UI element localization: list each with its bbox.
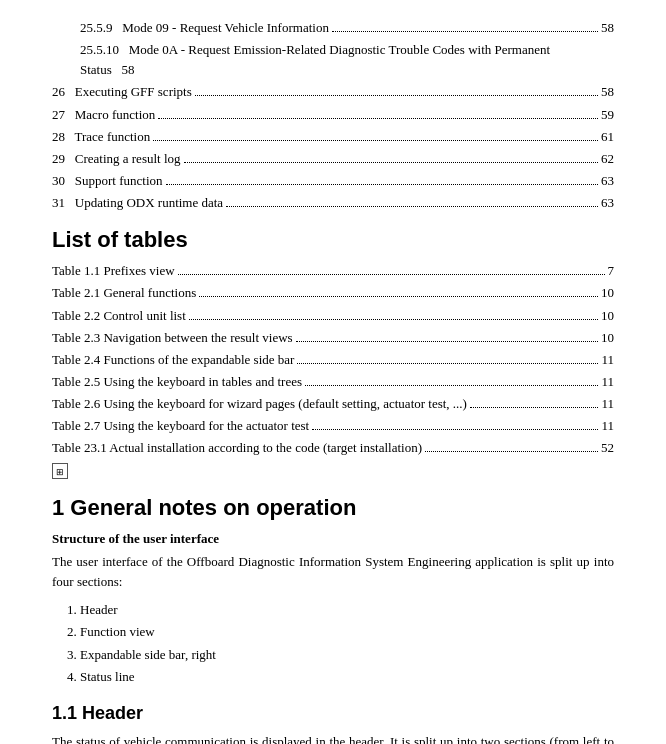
table-row-2-5: Table 2.5 Using the keyboard in tables a… xyxy=(52,372,614,392)
toc-dots xyxy=(158,118,598,119)
table-row-2-2: Table 2.2 Control unit list 10 xyxy=(52,306,614,326)
toc-entry-label: 25.5.9 Mode 09 - Request Vehicle Informa… xyxy=(80,18,329,38)
toc-row-30: 30 Support function 63 xyxy=(52,171,614,191)
toc-label-30: 30 Support function xyxy=(52,171,163,191)
table-row-2-7: Table 2.7 Using the keyboard for the act… xyxy=(52,416,614,436)
toc-label-29: 29 Creating a result log xyxy=(52,149,181,169)
toc-label-26: 26 Executing GFF scripts xyxy=(52,82,192,102)
toc-dots xyxy=(297,363,598,364)
intro-paragraph: The user interface of the Offboard Diagn… xyxy=(52,552,614,592)
table-page-2-5: 11 xyxy=(601,372,614,392)
table-label-23-1: Table 23.1 Actual installation according… xyxy=(52,438,422,458)
toc-row-28: 28 Trace function 61 xyxy=(52,127,614,147)
table-label-2-2: Table 2.2 Control unit list xyxy=(52,306,186,326)
list-item-1: Header xyxy=(80,600,614,620)
table-page-2-2: 10 xyxy=(601,306,614,326)
toc-dots xyxy=(296,341,598,342)
table-page-2-1: 10 xyxy=(601,283,614,303)
table-page-2-4: 11 xyxy=(601,350,614,370)
toc-page-31: 63 xyxy=(601,193,614,213)
toc-page-29: 62 xyxy=(601,149,614,169)
toc-dots xyxy=(153,140,598,141)
toc-page-30: 63 xyxy=(601,171,614,191)
page-content: 25.5.9 Mode 09 - Request Vehicle Informa… xyxy=(0,0,666,744)
table-label-2-1: Table 2.1 General functions xyxy=(52,283,196,303)
table-page-2-6: 11 xyxy=(601,394,614,414)
table-row-2-6: Table 2.6 Using the keyboard for wizard … xyxy=(52,394,614,414)
table-label-1-1: Table 1.1 Prefixes view xyxy=(52,261,175,281)
table-entries-section: Table 1.1 Prefixes view 7 Table 2.1 Gene… xyxy=(52,261,614,478)
table-row-2-4: Table 2.4 Functions of the expandable si… xyxy=(52,350,614,370)
toc-page: 58 xyxy=(601,18,614,38)
table-label-2-3: Table 2.3 Navigation between the result … xyxy=(52,328,293,348)
toc-label-31: 31 Updating ODX runtime data xyxy=(52,193,223,213)
toc-status-label: Status 58 xyxy=(80,62,135,77)
table-page-1-1: 7 xyxy=(608,261,615,281)
table-row-2-1: Table 2.1 General functions 10 xyxy=(52,283,614,303)
table-row-2-3: Table 2.3 Navigation between the result … xyxy=(52,328,614,348)
table-label-2-7: Table 2.7 Using the keyboard for the act… xyxy=(52,416,309,436)
list-item-4: Status line xyxy=(80,667,614,687)
table-page-2-7: 11 xyxy=(601,416,614,436)
list-of-tables-heading: List of tables xyxy=(52,227,614,253)
table-label-2-5: Table 2.5 Using the keyboard in tables a… xyxy=(52,372,302,392)
toc-section-main: 26 Executing GFF scripts 58 27 Macro fun… xyxy=(52,82,614,213)
toc-page-28: 61 xyxy=(601,127,614,147)
structure-label: Structure of the user interface xyxy=(52,531,614,547)
toc-entry-label-25-5-10: 25.5.10 Mode 0A - Request Emission-Relat… xyxy=(80,42,550,57)
sub-heading-1-1: 1.1 Header xyxy=(52,703,614,724)
toc-dots xyxy=(178,274,605,275)
table-label-2-6: Table 2.6 Using the keyboard for wizard … xyxy=(52,394,467,414)
toc-dots xyxy=(470,407,599,408)
table-page-2-3: 10 xyxy=(601,328,614,348)
toc-dots xyxy=(184,162,598,163)
table-icon-placeholder: ⊞ xyxy=(52,463,614,479)
chapter1-heading: 1 General notes on operation xyxy=(52,495,614,521)
table-page-23-1: 52 xyxy=(601,438,614,458)
toc-row-25-5-9: 25.5.9 Mode 09 - Request Vehicle Informa… xyxy=(52,18,614,38)
header-paragraph: The status of vehicle communication is d… xyxy=(52,732,614,744)
toc-dots xyxy=(189,319,598,320)
toc-row-27: 27 Macro function 59 xyxy=(52,105,614,125)
toc-dots xyxy=(199,296,598,297)
table-label-2-4: Table 2.4 Functions of the expandable si… xyxy=(52,350,294,370)
toc-page-26: 58 xyxy=(601,82,614,102)
toc-dots xyxy=(425,451,598,452)
toc-dots xyxy=(195,95,598,96)
toc-dots xyxy=(305,385,598,386)
toc-dots xyxy=(332,31,598,32)
toc-dots xyxy=(226,206,598,207)
toc-row-26: 26 Executing GFF scripts 58 xyxy=(52,82,614,102)
toc-row-25-5-10: 25.5.10 Mode 0A - Request Emission-Relat… xyxy=(52,40,614,80)
toc-section-top: 25.5.9 Mode 09 - Request Vehicle Informa… xyxy=(52,18,614,80)
toc-dots xyxy=(312,429,598,430)
toc-row-29: 29 Creating a result log 62 xyxy=(52,149,614,169)
sections-list: Header Function view Expandable side bar… xyxy=(80,600,614,687)
toc-page-27: 59 xyxy=(601,105,614,125)
table-icon: ⊞ xyxy=(52,463,68,479)
toc-dots xyxy=(166,184,599,185)
list-item-3: Expandable side bar, right xyxy=(80,645,614,665)
toc-label-28: 28 Trace function xyxy=(52,127,150,147)
table-row-23-1: Table 23.1 Actual installation according… xyxy=(52,438,614,458)
toc-row-31: 31 Updating ODX runtime data 63 xyxy=(52,193,614,213)
toc-label-27: 27 Macro function xyxy=(52,105,155,125)
list-item-2: Function view xyxy=(80,622,614,642)
table-row-1-1: Table 1.1 Prefixes view 7 xyxy=(52,261,614,281)
